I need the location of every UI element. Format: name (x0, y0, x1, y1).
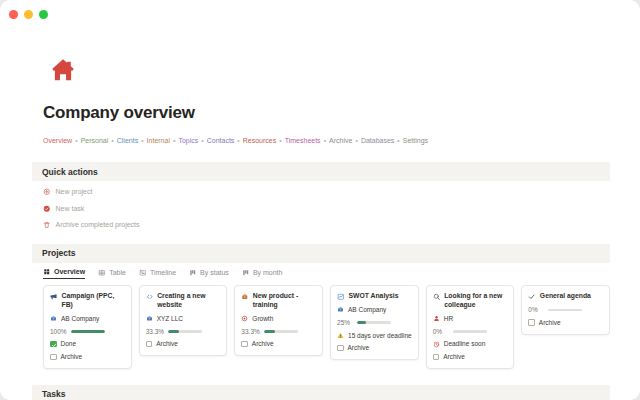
progress-percent: 33.3% (241, 328, 259, 336)
tab-table[interactable]: Table (98, 269, 126, 280)
nav-separator: • (324, 137, 326, 144)
quick-action-label: Archive completed projects (56, 221, 140, 228)
board-icon (189, 269, 197, 277)
gallery-icon (43, 268, 51, 276)
app-window: Company overview Overview•Personal•Clien… (0, 0, 640, 400)
nav-link-overview[interactable]: Overview (43, 137, 72, 144)
trash-icon (43, 221, 51, 229)
nav-link-personal[interactable]: Personal (81, 137, 109, 144)
archive-row: Archive (241, 340, 316, 348)
nav-link-resources[interactable]: Resources (243, 137, 276, 144)
nav-separator: • (355, 137, 357, 144)
page-title: Company overview (43, 103, 610, 123)
progress-row: 33.3% (146, 328, 221, 336)
done-checkbox[interactable] (50, 341, 57, 348)
nav-separator: • (279, 137, 281, 144)
project-card-training[interactable]: New product - training Growth 33.3% Arch… (234, 285, 323, 356)
progress-row: 100% (50, 328, 125, 336)
archive-checkbox[interactable] (241, 341, 248, 348)
project-title: Campaign (PPC, FB) (62, 292, 125, 310)
project-company: XYZ LLC (146, 315, 221, 323)
nav-link-archive[interactable]: Archive (329, 137, 352, 144)
project-title: General agenda (540, 292, 591, 301)
archive-row: Archive (528, 319, 603, 327)
nav-separator: • (111, 137, 113, 144)
project-card-swot[interactable]: SWOT Analysis AB Company 25% 15 days ove… (330, 285, 419, 360)
project-card-agenda[interactable]: General agenda 0% Archive (521, 285, 610, 334)
tab-timeline[interactable]: Timeline (139, 269, 176, 280)
nav-separator: • (237, 137, 239, 144)
nav-separator: • (397, 137, 399, 144)
tab-by-status[interactable]: By status (189, 269, 229, 280)
new-task-action[interactable]: New task (43, 205, 610, 213)
nav-separator: • (75, 137, 77, 144)
project-company: AB Company (50, 315, 125, 323)
breadcrumb-nav: Overview•Personal•Clients•Internal•Topic… (43, 136, 610, 145)
archive-checkbox[interactable] (433, 354, 440, 361)
progress-row: 0% (433, 328, 508, 336)
project-company: HR (433, 315, 508, 323)
briefcase-icon (50, 315, 57, 322)
briefcase-icon (337, 306, 344, 313)
close-window-button[interactable] (9, 10, 18, 19)
briefcase-icon (146, 315, 153, 322)
nav-link-clients[interactable]: Clients (117, 137, 138, 144)
progress-bar (264, 330, 298, 333)
timeline-icon (139, 269, 147, 277)
nav-link-timesheets[interactable]: Timesheets (285, 137, 321, 144)
new-project-action[interactable]: New project (43, 188, 610, 196)
archive-checkbox[interactable] (528, 319, 535, 326)
search-icon (433, 293, 441, 301)
archive-checkbox[interactable] (337, 345, 344, 352)
archive-row: Archive (50, 353, 125, 361)
progress-percent: 100% (50, 328, 67, 336)
progress-percent: 0% (528, 306, 544, 314)
project-card-website[interactable]: Creating a new website XYZ LLC 33.3% Arc… (139, 285, 228, 356)
board-icon (242, 269, 250, 277)
quick-action-label: New project (56, 188, 93, 195)
progress-bar (453, 330, 487, 333)
megaphone-icon (50, 293, 58, 301)
project-card-campaign[interactable]: Campaign (PPC, FB) AB Company 100% Done … (43, 285, 132, 369)
deadline-soon-row: Deadline soon (433, 340, 508, 348)
nav-link-settings[interactable]: Settings (403, 137, 428, 144)
status-label: Done (61, 340, 77, 348)
nav-link-topics[interactable]: Topics (178, 137, 198, 144)
nav-separator: • (173, 137, 175, 144)
progress-bar (168, 330, 202, 333)
nav-link-contacts[interactable]: Contacts (207, 137, 235, 144)
check-icon (528, 293, 536, 301)
project-company: Growth (241, 315, 316, 323)
nav-link-databases[interactable]: Databases (361, 137, 394, 144)
project-card-colleague[interactable]: Looking for a new colleague HR 0% Deadli… (426, 285, 515, 369)
check-circle-icon (43, 205, 51, 213)
archive-completed-action[interactable]: Archive completed projects (43, 221, 610, 229)
projects-view-tabs: Overview Table Timeline By status By mon… (43, 268, 610, 280)
archive-row: Archive (146, 340, 221, 348)
archive-checkbox[interactable] (50, 354, 57, 361)
quick-action-label: New task (56, 205, 85, 212)
plus-circle-icon (43, 188, 51, 196)
home-icon[interactable] (50, 57, 76, 84)
progress-bar (357, 321, 391, 324)
archive-checkbox[interactable] (146, 341, 153, 348)
project-company: AB Company (337, 306, 412, 314)
target-icon (241, 315, 248, 322)
project-title: New product - training (253, 292, 316, 310)
tab-overview[interactable]: Overview (43, 268, 85, 280)
alarm-icon (433, 341, 440, 348)
tasks-heading: Tasks (32, 385, 610, 400)
nav-separator: • (141, 137, 143, 144)
deadline-warning-row: 15 days over deadline (337, 332, 412, 340)
toolbox-icon (241, 293, 249, 301)
progress-bar (71, 330, 105, 333)
nav-link-internal[interactable]: Internal (147, 137, 170, 144)
person-icon (433, 315, 440, 322)
project-gallery: Campaign (PPC, FB) AB Company 100% Done … (43, 285, 610, 369)
quick-actions-list: New project New task Archive completed p… (43, 188, 610, 229)
progress-percent: 33.3% (146, 328, 164, 336)
tab-by-month[interactable]: By month (242, 269, 283, 280)
nav-separator: • (201, 137, 203, 144)
status-row: Done (50, 340, 125, 348)
progress-percent: 0% (433, 328, 449, 336)
